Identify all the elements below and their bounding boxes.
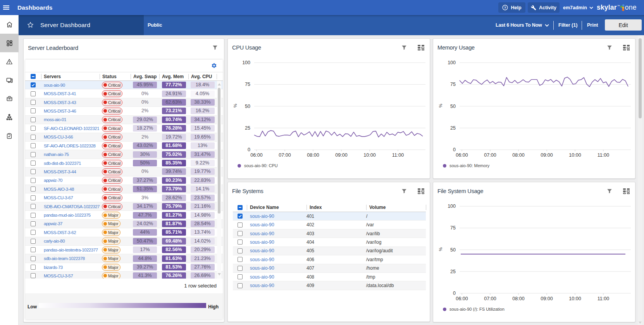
svg-text:100: 100 — [242, 60, 250, 65]
svg-text:08:00: 08:00 — [307, 152, 319, 158]
svg-text:75: 75 — [450, 82, 456, 87]
svg-text:0: 0 — [453, 147, 456, 152]
svg-text:100: 100 — [448, 204, 456, 209]
svg-text:25: 25 — [245, 125, 250, 131]
svg-text:07:00: 07:00 — [484, 296, 496, 301]
svg-text:10:00: 10:00 — [569, 152, 581, 158]
svg-text:25: 25 — [450, 125, 456, 131]
svg-text:100: 100 — [448, 60, 456, 65]
svg-text:09:00: 09:00 — [541, 152, 553, 158]
svg-text:06:00: 06:00 — [250, 152, 262, 158]
svg-text:%: % — [438, 104, 443, 108]
svg-text:75: 75 — [450, 225, 456, 231]
svg-text:11:00: 11:00 — [598, 152, 609, 158]
svg-text:0: 0 — [248, 147, 250, 152]
svg-text:%: % — [233, 104, 238, 108]
svg-text:50: 50 — [450, 247, 456, 253]
svg-text:25: 25 — [450, 269, 456, 274]
svg-text:75: 75 — [245, 82, 250, 87]
svg-text:06:00: 06:00 — [456, 296, 468, 301]
svg-text:06:00: 06:00 — [456, 152, 468, 158]
svg-text:50: 50 — [450, 104, 456, 109]
svg-text:?: ? — [504, 6, 506, 10]
svg-text:09:00: 09:00 — [335, 152, 347, 158]
svg-text:50: 50 — [245, 104, 250, 109]
svg-text:08:00: 08:00 — [512, 152, 524, 158]
svg-text:07:00: 07:00 — [279, 152, 291, 158]
svg-text:%: % — [438, 247, 443, 251]
svg-text:11:00: 11:00 — [392, 152, 404, 158]
svg-text:11:00: 11:00 — [598, 296, 609, 301]
svg-text:10:00: 10:00 — [363, 152, 375, 158]
svg-text:10:00: 10:00 — [569, 296, 581, 301]
svg-text:07:00: 07:00 — [484, 152, 496, 158]
svg-text:0: 0 — [453, 291, 456, 296]
svg-text:09:00: 09:00 — [541, 296, 553, 301]
svg-text:08:00: 08:00 — [512, 296, 524, 301]
